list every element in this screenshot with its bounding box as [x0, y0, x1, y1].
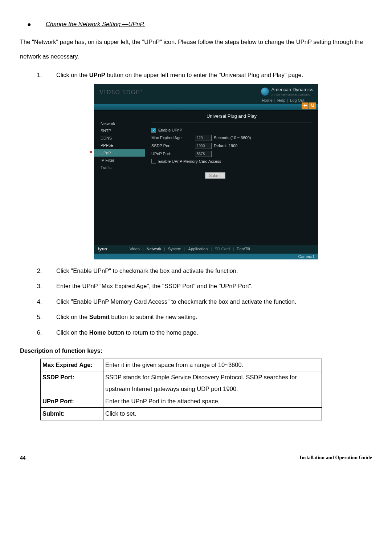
- desc-val: Enter the UPnP Port in the attached spac…: [103, 395, 322, 407]
- section-heading-row: ● Change the Network Setting —UPnP.: [20, 18, 372, 31]
- desc-key: Submit:: [41, 408, 103, 420]
- step-3: Enter the UPnP "Max Expired Age", the "S…: [44, 279, 372, 294]
- videoedge-logo: VIDEO EDGE®: [99, 88, 143, 96]
- enable-upnp-checkbox[interactable]: ✓: [151, 128, 156, 133]
- panel-title: Universal Plug and Play: [151, 110, 312, 123]
- submit-button[interactable]: Submit: [205, 172, 225, 179]
- tab-video[interactable]: Video: [127, 246, 143, 251]
- brand-name: American Dynamics: [271, 87, 313, 93]
- ssdp-port-label: SSDP Port:: [151, 143, 195, 148]
- enable-mem-checkbox[interactable]: [151, 159, 156, 164]
- sidebar-item-ddns[interactable]: DDNS: [94, 134, 145, 142]
- desc-val: Enter it in the given space from a range…: [103, 359, 322, 371]
- desc-val: SSDP stands for Simple Service Discovery…: [103, 371, 322, 395]
- page-number: 44: [20, 453, 26, 463]
- logout-link[interactable]: Log Out: [290, 98, 304, 102]
- main-panel: Universal Plug and Play ✓ Enable UPnP Ma…: [145, 110, 318, 245]
- tab-application[interactable]: Application: [185, 246, 211, 251]
- ssdp-port-hint: Default: 1900: [214, 143, 237, 148]
- table-row: SSDP Port: SSDP stands for Simple Servic…: [41, 371, 322, 395]
- step-6: Click on the Home button to return to th…: [44, 326, 372, 340]
- bullet-icon: ●: [27, 18, 31, 31]
- tab-sdcard[interactable]: SD Card: [212, 246, 233, 251]
- step-5: Click on the Submit button to submit the…: [44, 310, 372, 324]
- upnp-port-label: UPnP Port:: [151, 151, 195, 156]
- sidebar-item-network[interactable]: Network: [94, 120, 145, 127]
- u-button[interactable]: U: [309, 102, 316, 109]
- screenshot-header: VIDEO EDGE® American Dynamics A Tyco Int…: [94, 84, 318, 104]
- table-row: UPnP Port: Enter the UPnP Port in the at…: [41, 395, 322, 407]
- sidebar-item-upnp[interactable]: UPnP: [94, 149, 145, 157]
- upnp-port-input[interactable]: 5678: [195, 151, 212, 157]
- guide-title: Installation and Operation Guide: [299, 453, 372, 463]
- sidebar-item-traffic[interactable]: Traffic: [94, 164, 145, 171]
- home-link[interactable]: Home: [262, 98, 272, 102]
- desc-key: UPnP Port:: [41, 395, 103, 407]
- max-age-hint: Seconds (10 ~ 3600): [214, 135, 251, 140]
- sidebar: Network SNTP DDNS PPPoE UPnP IP Filter T…: [94, 110, 145, 245]
- active-dot-icon: [90, 151, 92, 153]
- tab-pantilt[interactable]: Pan/Tilt: [234, 246, 253, 251]
- header-divider: [94, 104, 318, 110]
- brand-block: American Dynamics A Tyco International C…: [261, 87, 313, 103]
- intro-paragraph: The "Network" page has, on its upper lef…: [20, 35, 372, 64]
- brand-subtitle: A Tyco International Company: [271, 93, 313, 97]
- back-arrow-button[interactable]: ⬅: [302, 102, 309, 109]
- ssdp-port-input[interactable]: 1900: [195, 143, 212, 149]
- max-age-label: Max Expired Age:: [151, 135, 195, 140]
- table-row: Submit: Click to set.: [41, 408, 322, 420]
- screenshot-footer: tyco Video| Network| System| Application…: [94, 245, 318, 259]
- section-heading: Change the Network Setting —UPnP.: [46, 19, 145, 30]
- sidebar-item-pppoe[interactable]: PPPoE: [94, 142, 145, 149]
- description-heading: Description of function keys:: [20, 345, 372, 356]
- table-row: Max Expired Age: Enter it in the given s…: [41, 359, 322, 371]
- camera-label: Camera1: [94, 254, 318, 259]
- step-2: Click "Enable UPnP" to checkmark the box…: [44, 264, 372, 278]
- max-age-input[interactable]: 120: [195, 135, 212, 141]
- enable-upnp-label: Enable UPnP: [158, 128, 182, 133]
- tab-system[interactable]: System: [165, 246, 184, 251]
- desc-key: Max Expired Age:: [41, 359, 103, 371]
- globe-icon: [261, 88, 269, 96]
- desc-key: SSDP Port:: [41, 371, 103, 395]
- enable-mem-label: Enable UPnP Memory Card Access: [158, 159, 221, 164]
- step-1: Click on the UPnP button on the upper le…: [44, 68, 372, 259]
- page-footer: 44 Installation and Operation Guide: [20, 453, 372, 463]
- sidebar-item-sntp[interactable]: SNTP: [94, 127, 145, 134]
- description-table: Max Expired Age: Enter it in the given s…: [40, 359, 322, 420]
- enable-mem-row: Enable UPnP Memory Card Access: [151, 159, 312, 164]
- upnp-screenshot: VIDEO EDGE® American Dynamics A Tyco Int…: [94, 84, 318, 259]
- tyco-logo: tyco: [98, 246, 127, 252]
- enable-upnp-row: ✓ Enable UPnP: [151, 128, 312, 133]
- sidebar-item-ipfilter[interactable]: IP Filter: [94, 157, 145, 164]
- desc-val: Click to set.: [103, 408, 322, 420]
- help-link[interactable]: Help: [277, 98, 286, 102]
- step-4: Click "Enable UPnP Memory Card Access" t…: [44, 295, 372, 309]
- tab-network[interactable]: Network: [144, 246, 164, 251]
